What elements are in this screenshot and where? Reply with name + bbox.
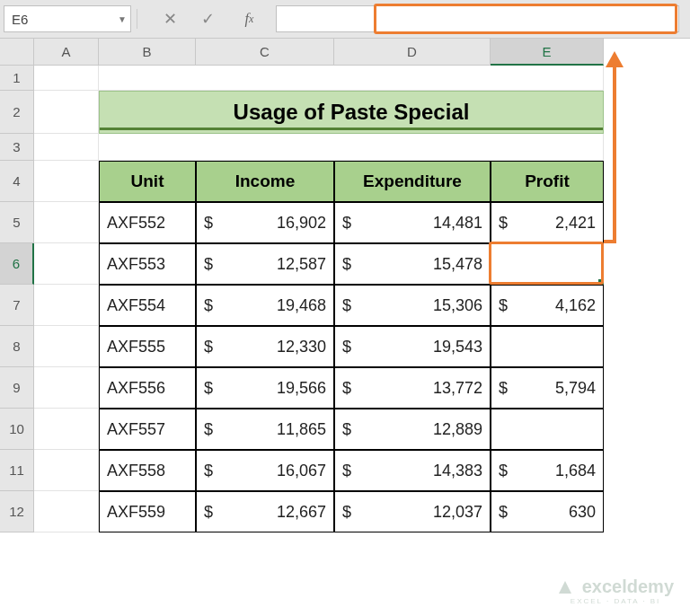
header-expenditure[interactable]: Expenditure: [334, 161, 491, 202]
row-header-5[interactable]: 5: [0, 202, 34, 243]
cell-A9[interactable]: [34, 367, 99, 409]
cell-expenditure-12[interactable]: $12,037: [334, 491, 491, 532]
watermark-brand: exceldemy: [582, 576, 674, 596]
fx-icon[interactable]: fx: [231, 5, 269, 32]
cell-income-12[interactable]: $12,667: [196, 491, 334, 532]
column-header-D[interactable]: D: [334, 39, 491, 66]
cell-A10[interactable]: [34, 409, 99, 450]
formula-input[interactable]: [276, 5, 679, 32]
cell-profit-12[interactable]: $630: [491, 491, 604, 532]
select-all-corner[interactable]: [0, 39, 34, 66]
cell-unit-12[interactable]: AXF559: [99, 491, 196, 532]
cell-income-7[interactable]: $19,468: [196, 285, 334, 326]
cell-income-6[interactable]: $12,587: [196, 243, 334, 285]
cell-A1[interactable]: [34, 66, 99, 91]
title-cell[interactable]: Usage of Paste Special: [99, 91, 604, 134]
cell-A3[interactable]: [34, 134, 99, 161]
cell-unit-7[interactable]: AXF554: [99, 285, 196, 326]
cell-A8[interactable]: [34, 326, 99, 367]
cell-A6[interactable]: [34, 243, 99, 285]
row-header-3[interactable]: 3: [0, 134, 34, 161]
row-header-7[interactable]: 7: [0, 285, 34, 326]
cell-B1[interactable]: [99, 66, 604, 91]
column-headers: ABCDE: [34, 39, 604, 66]
cell-income-5[interactable]: $16,902: [196, 202, 334, 243]
cell-A5[interactable]: [34, 202, 99, 243]
cell-expenditure-8[interactable]: $19,543: [334, 326, 491, 367]
logo-icon: [557, 579, 573, 595]
cell-unit-11[interactable]: AXF558: [99, 450, 196, 491]
cell-A4[interactable]: [34, 161, 99, 202]
row-header-9[interactable]: 9: [0, 367, 34, 409]
cell-expenditure-5[interactable]: $14,481: [334, 202, 491, 243]
column-header-B[interactable]: B: [99, 39, 196, 66]
cell-expenditure-10[interactable]: $12,889: [334, 409, 491, 450]
cell-A12[interactable]: [34, 491, 99, 532]
arrow-line: [613, 64, 616, 242]
cell-unit-9[interactable]: AXF556: [99, 367, 196, 409]
cell-profit-11[interactable]: $1,684: [491, 450, 604, 491]
arrow-stub: [604, 240, 616, 243]
column-header-E[interactable]: E: [491, 39, 604, 66]
enter-icon[interactable]: ✓: [190, 5, 227, 32]
cell-unit-10[interactable]: AXF557: [99, 409, 196, 450]
header-profit[interactable]: Profit: [491, 161, 604, 202]
row-header-8[interactable]: 8: [0, 326, 34, 367]
formula-bar: E6 ▼ ✕ ✓ fx: [0, 0, 690, 39]
name-box-value: E6: [12, 12, 28, 27]
watermark: exceldemy EXCEL · DATA · BI: [557, 576, 674, 605]
row-header-12[interactable]: 12: [0, 491, 34, 532]
cell-profit-7[interactable]: $4,162: [491, 285, 604, 326]
arrow-head-icon: [606, 51, 624, 67]
header-income[interactable]: Income: [196, 161, 334, 202]
name-box[interactable]: E6 ▼: [4, 5, 131, 32]
cell-expenditure-9[interactable]: $13,772: [334, 367, 491, 409]
row-header-4[interactable]: 4: [0, 161, 34, 202]
formula-buttons: ✕ ✓ fx: [152, 5, 276, 32]
cell-income-9[interactable]: $19,566: [196, 367, 334, 409]
column-header-C[interactable]: C: [196, 39, 334, 66]
cell-profit-10[interactable]: [491, 409, 604, 450]
cell-A2[interactable]: [34, 91, 99, 134]
row-header-11[interactable]: 11: [0, 450, 34, 491]
cell-A7[interactable]: [34, 285, 99, 326]
row-headers: 123456789101112: [0, 66, 34, 532]
cell-income-8[interactable]: $12,330: [196, 326, 334, 367]
row-header-6[interactable]: 6: [0, 243, 34, 285]
cell-profit-8[interactable]: [491, 326, 604, 367]
cell-unit-6[interactable]: AXF553: [99, 243, 196, 285]
cell-unit-5[interactable]: AXF552: [99, 202, 196, 243]
cell-income-11[interactable]: $16,067: [196, 450, 334, 491]
cell-income-10[interactable]: $11,865: [196, 409, 334, 450]
cell-profit-6[interactable]: [491, 243, 604, 285]
header-unit[interactable]: Unit: [99, 161, 196, 202]
svg-marker-0: [559, 581, 571, 594]
cell-expenditure-11[interactable]: $14,383: [334, 450, 491, 491]
cell-B3[interactable]: [99, 134, 604, 161]
cancel-icon[interactable]: ✕: [152, 5, 190, 32]
cell-unit-8[interactable]: AXF555: [99, 326, 196, 367]
row-header-2[interactable]: 2: [0, 91, 34, 134]
cell-A11[interactable]: [34, 450, 99, 491]
cell-expenditure-7[interactable]: $15,306: [334, 285, 491, 326]
cell-expenditure-6[interactable]: $15,478: [334, 243, 491, 285]
row-header-10[interactable]: 10: [0, 409, 34, 450]
cell-profit-5[interactable]: $2,421: [491, 202, 604, 243]
watermark-tagline: EXCEL · DATA · BI: [557, 597, 674, 605]
column-header-A[interactable]: A: [34, 39, 99, 66]
cell-profit-9[interactable]: $5,794: [491, 367, 604, 409]
name-box-dropdown-icon[interactable]: ▼: [118, 14, 127, 24]
cells-area: Usage of Paste SpecialUnitIncomeExpendit…: [34, 66, 604, 532]
separator: [137, 9, 137, 29]
row-header-1[interactable]: 1: [0, 66, 34, 91]
